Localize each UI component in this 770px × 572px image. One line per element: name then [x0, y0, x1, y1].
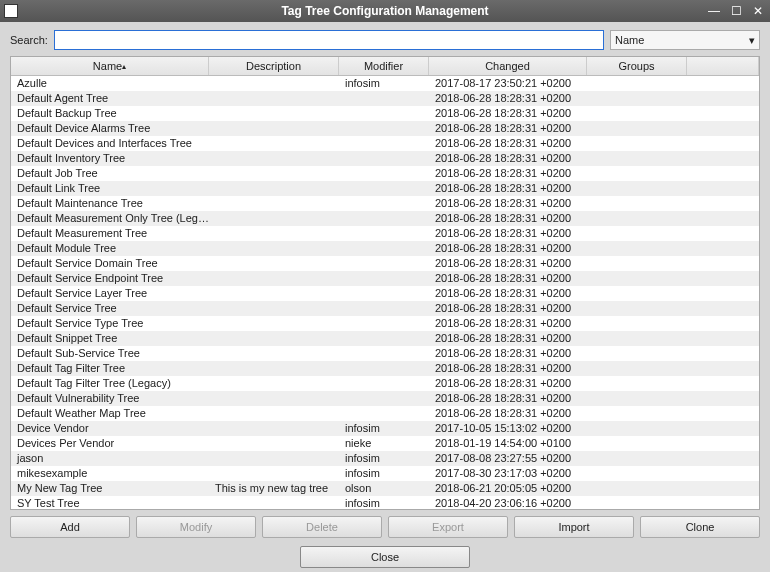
- table-row[interactable]: Default Sub-Service Tree2018-06-28 18:28…: [11, 346, 759, 361]
- cell-spacer: [687, 436, 759, 451]
- cell-modifier: [339, 181, 429, 196]
- table-row[interactable]: Default Inventory Tree2018-06-28 18:28:3…: [11, 151, 759, 166]
- table-row[interactable]: Default Device Alarms Tree2018-06-28 18:…: [11, 121, 759, 136]
- cell-modifier: [339, 256, 429, 271]
- table-row[interactable]: Default Tag Filter Tree2018-06-28 18:28:…: [11, 361, 759, 376]
- table-row[interactable]: My New Tag TreeThis is my new tag treeol…: [11, 481, 759, 496]
- app-icon: [4, 4, 18, 18]
- cell-groups: [587, 346, 687, 361]
- cell-spacer: [687, 331, 759, 346]
- close-row: Close: [10, 546, 760, 568]
- table-row[interactable]: Default Service Domain Tree2018-06-28 18…: [11, 256, 759, 271]
- table-row[interactable]: Device Vendorinfosim2017-10-05 15:13:02 …: [11, 421, 759, 436]
- table-row[interactable]: jasoninfosim2017-08-08 23:27:55 +0200: [11, 451, 759, 466]
- table-row[interactable]: Default Measurement Tree2018-06-28 18:28…: [11, 226, 759, 241]
- cell-spacer: [687, 391, 759, 406]
- add-button[interactable]: Add: [10, 516, 130, 538]
- cell-description: [209, 241, 339, 256]
- close-icon[interactable]: ✕: [750, 4, 766, 18]
- cell-changed: 2018-06-28 18:28:31 +0200: [429, 346, 587, 361]
- table-row[interactable]: Default Service Type Tree2018-06-28 18:2…: [11, 316, 759, 331]
- cell-description: [209, 496, 339, 509]
- cell-spacer: [687, 451, 759, 466]
- table-row[interactable]: Default Maintenance Tree2018-06-28 18:28…: [11, 196, 759, 211]
- table-row[interactable]: Default Agent Tree2018-06-28 18:28:31 +0…: [11, 91, 759, 106]
- cell-modifier: infosim: [339, 421, 429, 436]
- import-button[interactable]: Import: [514, 516, 634, 538]
- cell-spacer: [687, 151, 759, 166]
- cell-description: [209, 106, 339, 121]
- col-description[interactable]: Description: [209, 57, 339, 75]
- filter-select[interactable]: Name ▾: [610, 30, 760, 50]
- cell-description: [209, 121, 339, 136]
- cell-modifier: [339, 241, 429, 256]
- cell-modifier: [339, 226, 429, 241]
- cell-name: Devices Per Vendor: [11, 436, 209, 451]
- modify-button[interactable]: Modify: [136, 516, 256, 538]
- col-changed[interactable]: Changed: [429, 57, 587, 75]
- table-row[interactable]: Default Devices and Interfaces Tree2018-…: [11, 136, 759, 151]
- cell-modifier: [339, 406, 429, 421]
- cell-name: Device Vendor: [11, 421, 209, 436]
- col-name[interactable]: Name: [11, 57, 209, 75]
- table-row[interactable]: Default Module Tree2018-06-28 18:28:31 +…: [11, 241, 759, 256]
- table-row[interactable]: Default Service Layer Tree2018-06-28 18:…: [11, 286, 759, 301]
- cell-groups: [587, 481, 687, 496]
- cell-changed: 2018-06-28 18:28:31 +0200: [429, 181, 587, 196]
- delete-button[interactable]: Delete: [262, 516, 382, 538]
- cell-spacer: [687, 91, 759, 106]
- cell-modifier: [339, 331, 429, 346]
- cell-description: [209, 301, 339, 316]
- cell-modifier: [339, 121, 429, 136]
- cell-description: [209, 346, 339, 361]
- cell-name: Azulle: [11, 76, 209, 91]
- cell-changed: 2018-06-28 18:28:31 +0200: [429, 376, 587, 391]
- table-row[interactable]: Default Job Tree2018-06-28 18:28:31 +020…: [11, 166, 759, 181]
- cell-name: Default Service Domain Tree: [11, 256, 209, 271]
- table-row[interactable]: Default Backup Tree2018-06-28 18:28:31 +…: [11, 106, 759, 121]
- cell-description: [209, 136, 339, 151]
- filter-select-value: Name: [615, 34, 644, 46]
- table-row[interactable]: mikesexampleinfosim2017-08-30 23:17:03 +…: [11, 466, 759, 481]
- window-title: Tag Tree Configuration Management: [0, 4, 770, 18]
- maximize-icon[interactable]: ☐: [728, 4, 744, 18]
- cell-description: [209, 406, 339, 421]
- search-input[interactable]: [54, 30, 604, 50]
- table-row[interactable]: Devices Per Vendornieke2018-01-19 14:54:…: [11, 436, 759, 451]
- cell-changed: 2018-06-28 18:28:31 +0200: [429, 211, 587, 226]
- cell-modifier: [339, 136, 429, 151]
- cell-groups: [587, 301, 687, 316]
- cell-name: Default Tag Filter Tree: [11, 361, 209, 376]
- cell-description: [209, 151, 339, 166]
- table-row[interactable]: Default Service Tree2018-06-28 18:28:31 …: [11, 301, 759, 316]
- table-row[interactable]: Default Link Tree2018-06-28 18:28:31 +02…: [11, 181, 759, 196]
- table-row[interactable]: Default Snippet Tree2018-06-28 18:28:31 …: [11, 331, 759, 346]
- cell-spacer: [687, 106, 759, 121]
- table-row[interactable]: Default Weather Map Tree2018-06-28 18:28…: [11, 406, 759, 421]
- close-button[interactable]: Close: [300, 546, 470, 568]
- export-button[interactable]: Export: [388, 516, 508, 538]
- table-row[interactable]: Default Measurement Only Tree (Legacy)20…: [11, 211, 759, 226]
- col-modifier[interactable]: Modifier: [339, 57, 429, 75]
- cell-changed: 2017-10-05 15:13:02 +0200: [429, 421, 587, 436]
- cell-name: jason: [11, 451, 209, 466]
- minimize-icon[interactable]: —: [706, 4, 722, 18]
- col-groups[interactable]: Groups: [587, 57, 687, 75]
- cell-description: [209, 451, 339, 466]
- cell-name: Default Job Tree: [11, 166, 209, 181]
- cell-modifier: [339, 316, 429, 331]
- table-row[interactable]: Default Tag Filter Tree (Legacy)2018-06-…: [11, 376, 759, 391]
- cell-spacer: [687, 76, 759, 91]
- cell-groups: [587, 376, 687, 391]
- cell-modifier: [339, 151, 429, 166]
- clone-button[interactable]: Clone: [640, 516, 760, 538]
- button-row: Add Modify Delete Export Import Clone: [10, 516, 760, 538]
- cell-spacer: [687, 286, 759, 301]
- table-row[interactable]: Default Service Endpoint Tree2018-06-28 …: [11, 271, 759, 286]
- table-row[interactable]: Azulleinfosim2017-08-17 23:50:21 +0200: [11, 76, 759, 91]
- table-row[interactable]: Default Vulnerability Tree2018-06-28 18:…: [11, 391, 759, 406]
- table-body[interactable]: Azulleinfosim2017-08-17 23:50:21 +0200De…: [11, 76, 759, 509]
- table-row[interactable]: SY Test Treeinfosim2018-04-20 23:06:16 +…: [11, 496, 759, 509]
- cell-changed: 2018-06-28 18:28:31 +0200: [429, 166, 587, 181]
- cell-name: Default Measurement Only Tree (Legacy): [11, 211, 209, 226]
